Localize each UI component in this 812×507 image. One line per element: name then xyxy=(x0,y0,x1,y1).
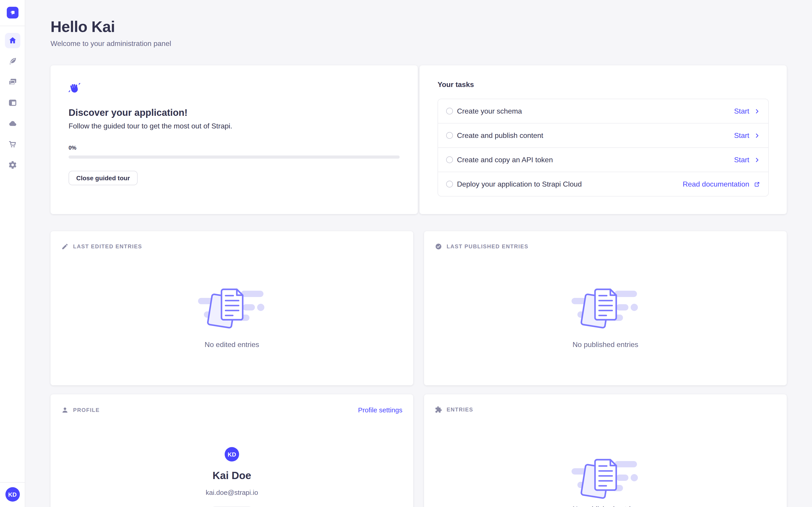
empty-documents-illustration xyxy=(198,287,266,331)
page-header: Hello Kai Welcome to your administration… xyxy=(51,18,171,48)
task-action-label: Start xyxy=(734,131,749,139)
task-label: Deploy your application to Strapi Cloud xyxy=(457,180,582,188)
empty-documents-illustration xyxy=(571,457,639,501)
task-start-link[interactable]: Start xyxy=(734,156,760,164)
task-row-api-token[interactable]: Create and copy an API token Start xyxy=(438,147,768,172)
cloud-icon xyxy=(8,119,17,128)
guided-tour-description: Follow the guided tour to get the most o… xyxy=(68,122,400,130)
puzzle-icon xyxy=(435,406,442,413)
task-status-circle xyxy=(446,132,453,139)
user-avatar[interactable]: KD xyxy=(5,487,19,502)
read-documentation-link[interactable]: Read documentation xyxy=(683,180,760,188)
sidebar-nav xyxy=(0,33,25,173)
task-action-label: Start xyxy=(734,107,749,115)
sidebar-item-home[interactable] xyxy=(5,33,20,48)
your-tasks-title: Your tasks xyxy=(438,81,769,89)
task-start-link[interactable]: Start xyxy=(734,107,760,115)
task-label: Create your schema xyxy=(457,107,522,115)
empty-message: No edited entries xyxy=(205,341,259,349)
empty-documents-illustration xyxy=(571,287,639,331)
entries-widget: ENTRIES No published entries xyxy=(424,394,787,507)
guided-tour-title: Discover your application! xyxy=(68,107,400,118)
widget-title: LAST EDITED ENTRIES xyxy=(73,243,142,250)
sidebar-item-media-library[interactable] xyxy=(5,74,20,90)
task-action-label: Start xyxy=(734,156,749,164)
home-icon xyxy=(8,36,17,45)
sidebar-bottom: KD xyxy=(0,475,25,507)
waving-hand-icon xyxy=(68,82,81,95)
widget-header: ENTRIES xyxy=(424,394,787,413)
tasks-list: Create your schema Start Create and publ… xyxy=(438,99,769,196)
user-icon xyxy=(61,406,68,413)
sidebar-divider-top xyxy=(0,26,25,26)
chevron-right-icon xyxy=(754,132,760,138)
task-row-create-schema[interactable]: Create your schema Start xyxy=(438,99,768,123)
widget-header: PROFILE Profile settings xyxy=(51,394,413,414)
widget-header: LAST PUBLISHED ENTRIES xyxy=(424,231,787,250)
feather-icon xyxy=(8,57,17,66)
last-published-entries-widget: LAST PUBLISHED ENTRIES No published entr… xyxy=(424,231,787,385)
guided-tour-progressbar xyxy=(68,156,400,159)
empty-state: No published entries xyxy=(424,250,787,349)
profile-email: kai.doe@strapi.io xyxy=(206,489,258,496)
profile-name: Kai Doe xyxy=(212,469,251,482)
gear-icon xyxy=(8,160,17,169)
task-row-deploy-cloud[interactable]: Deploy your application to Strapi Cloud … xyxy=(438,172,768,196)
profile-body: KD Kai Doe kai.doe@strapi.io xyxy=(51,414,413,507)
sidebar-divider-bottom xyxy=(0,482,25,483)
sidebar-item-settings[interactable] xyxy=(5,157,20,173)
last-edited-entries-widget: LAST EDITED ENTRIES No edited entries xyxy=(51,231,413,385)
empty-state: No edited entries xyxy=(51,250,413,349)
chevron-right-icon xyxy=(754,157,760,163)
sidebar-item-content-manager[interactable] xyxy=(5,54,20,69)
pencil-icon xyxy=(61,243,68,250)
widget-title: LAST PUBLISHED ENTRIES xyxy=(447,243,528,250)
empty-state: No published entries xyxy=(424,413,787,507)
progress-label: 0% xyxy=(68,145,400,151)
page-subtitle: Welcome to your administration panel xyxy=(51,40,171,48)
empty-message: No published entries xyxy=(572,341,638,349)
your-tasks-card: Your tasks Create your schema Start Crea… xyxy=(419,65,787,214)
sidebar-item-content-type-builder[interactable] xyxy=(5,95,20,110)
task-action-label: Read documentation xyxy=(683,180,749,188)
cart-icon xyxy=(8,140,17,149)
strapi-admin-dashboard: KD Hello Kai Welcome to your administrat… xyxy=(0,0,812,507)
widget-header: LAST EDITED ENTRIES xyxy=(51,231,413,250)
widget-title: PROFILE xyxy=(73,407,100,413)
sidebar-item-cloud[interactable] xyxy=(5,116,20,131)
check-circle-icon xyxy=(435,243,442,250)
external-link-icon xyxy=(754,181,760,187)
strapi-logo-icon xyxy=(9,9,16,16)
profile-widget: PROFILE Profile settings KD Kai Doe kai.… xyxy=(51,394,413,507)
task-status-circle xyxy=(446,108,453,114)
profile-avatar: KD xyxy=(225,447,239,461)
empty-message: No published entries xyxy=(572,505,638,507)
guided-tour-card: Discover your application! Follow the gu… xyxy=(51,65,418,214)
sidebar-item-marketplace[interactable] xyxy=(5,136,20,152)
sidebar: KD xyxy=(0,0,25,507)
widget-title: ENTRIES xyxy=(447,406,473,413)
page-title: Hello Kai xyxy=(51,18,171,36)
task-row-publish-content[interactable]: Create and publish content Start xyxy=(438,123,768,147)
task-status-circle xyxy=(446,156,453,163)
task-start-link[interactable]: Start xyxy=(734,131,760,139)
media-library-icon xyxy=(8,77,17,87)
task-label: Create and publish content xyxy=(457,131,543,139)
close-guided-tour-button[interactable]: Close guided tour xyxy=(68,171,138,185)
chevron-right-icon xyxy=(754,108,760,114)
layout-icon xyxy=(8,98,17,107)
task-label: Create and copy an API token xyxy=(457,156,553,164)
profile-settings-link[interactable]: Profile settings xyxy=(358,406,402,414)
task-status-circle xyxy=(446,181,453,187)
strapi-logo[interactable] xyxy=(6,7,18,18)
